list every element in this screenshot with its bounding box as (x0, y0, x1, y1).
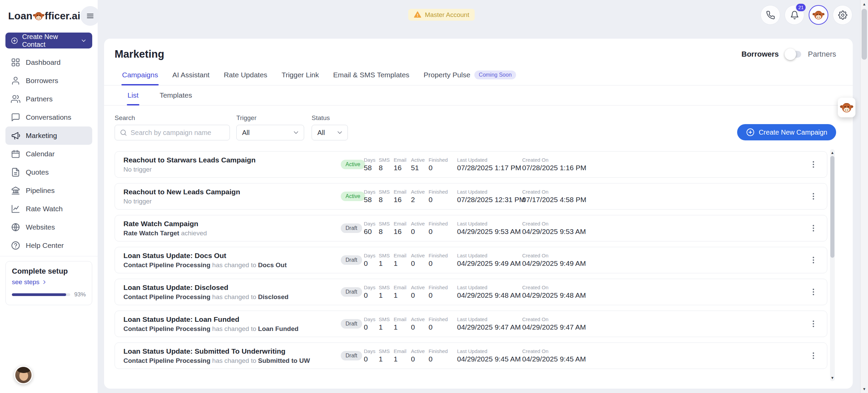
setup-progress-track (12, 293, 70, 296)
setup-progress-fill (12, 293, 66, 296)
assistant-fab[interactable] (838, 98, 855, 117)
stat-sms: SMS1 (379, 284, 394, 299)
create-new-contact-button[interactable]: Create New Contact (5, 33, 92, 48)
status-badge: Draft (341, 287, 362, 297)
scroll-up-arrow[interactable]: ▲ (861, 1, 868, 7)
sidebar-collapse-button[interactable] (80, 6, 100, 26)
created-on: Created On04/29/2025 9:45 AM (522, 348, 590, 363)
trigger-select[interactable]: All (236, 125, 304, 140)
stat-finished: Finished0 (429, 221, 457, 236)
row-menu-button[interactable] (804, 160, 823, 169)
logo-text-suffix: fficer.ai (45, 10, 80, 22)
sidebar-item-calendar[interactable]: Calendar (5, 145, 92, 163)
sidebar-item-label: Dashboard (26, 58, 61, 66)
last-updated: Last Updated04/29/2025 9:45 AM (457, 348, 522, 363)
chevron-down-icon (336, 129, 343, 136)
campaign-row[interactable]: Loan Status Update: Disclosed Contact Pi… (115, 279, 827, 305)
settings-button[interactable] (833, 5, 852, 25)
campaign-row[interactable]: Loan Status Update: Docs Out Contact Pip… (115, 247, 827, 273)
scroll-up-arrow[interactable]: ▲ (830, 150, 835, 155)
tab-campaigns[interactable]: Campaigns (121, 66, 159, 85)
tab-email-sms-templates[interactable]: Email & SMS Templates (332, 66, 410, 85)
gear-icon (838, 11, 847, 20)
tab-label: Rate Updates (224, 71, 267, 79)
rate-watch-icon (11, 204, 20, 214)
tab-label: Campaigns (122, 71, 158, 79)
sidebar-item-marketing[interactable]: Marketing (5, 126, 92, 145)
tab-property-pulse[interactable]: Property Pulse Coming Soon (423, 66, 517, 85)
row-menu-button[interactable] (804, 351, 823, 360)
stat-email: Email1 (394, 348, 411, 363)
campaign-row[interactable]: Reachout to New Leads Campaign No trigge… (115, 183, 827, 210)
sidebar-item-label: Calendar (26, 150, 55, 158)
stat-sms: SMS8 (379, 189, 394, 204)
tab-rate-updates[interactable]: Rate Updates (223, 66, 268, 85)
sidebar-item-quotes[interactable]: Quotes (5, 163, 92, 181)
tab-trigger-link[interactable]: Trigger Link (281, 66, 319, 85)
logo-text-prefix: Loan (8, 10, 33, 22)
row-menu-button[interactable] (804, 319, 823, 328)
see-steps-link[interactable]: see steps (12, 278, 47, 286)
campaign-row[interactable]: Rate Watch Campaign Rate Watch Target ac… (115, 215, 827, 241)
stat-sms: SMS1 (379, 348, 394, 363)
row-menu-button[interactable] (804, 224, 823, 233)
created-on: Created On07/17/2025 4:58 PM (522, 189, 590, 204)
marketing-tabs: Campaigns AI Assistant Rate Updates Trig… (104, 66, 853, 85)
sidebar-item-label: Conversations (26, 113, 71, 121)
status-select[interactable]: All (312, 125, 348, 140)
stat-sms: SMS1 (379, 316, 394, 331)
sidebar-item-pipelines[interactable]: Pipelines (5, 181, 92, 200)
browser-scrollbar-thumb[interactable] (862, 9, 867, 60)
list-scrollbar-thumb[interactable] (830, 156, 834, 258)
create-new-campaign-button[interactable]: Create New Campaign (737, 124, 836, 140)
sidebar-item-label: Marketing (26, 132, 57, 140)
see-steps-label: see steps (12, 278, 39, 286)
browser-scrollbar[interactable]: ▲ ▼ (860, 0, 868, 393)
sidebar-item-websites[interactable]: Websites (5, 218, 92, 236)
audience-toggle[interactable] (786, 51, 801, 58)
ai-assistant-button[interactable] (809, 5, 828, 25)
scroll-down-arrow[interactable]: ▼ (830, 375, 835, 380)
scroll-down-arrow[interactable]: ▼ (861, 386, 868, 392)
cow-mascot-icon (33, 10, 44, 22)
tab-ai-assistant[interactable]: AI Assistant (172, 66, 210, 85)
created-on: Created On04/29/2025 9:53 AM (522, 221, 590, 236)
sidebar-item-borrowers[interactable]: Borrowers (5, 72, 92, 90)
stat-email: Email1 (394, 316, 411, 331)
sidebar-item-help-center[interactable]: Help Center (5, 236, 92, 255)
tab-label: Property Pulse (423, 71, 470, 79)
search-input[interactable] (131, 129, 225, 137)
list-scrollbar[interactable]: ▲ ▼ (830, 149, 835, 381)
row-menu-button[interactable] (804, 192, 823, 201)
subtab-templates[interactable]: Templates (159, 85, 193, 105)
campaign-row[interactable]: Loan Status Update: Loan Funded Contact … (115, 311, 827, 337)
sidebar-item-dashboard[interactable]: Dashboard (5, 53, 92, 72)
stat-email: Email16 (394, 157, 411, 172)
phone-button[interactable] (761, 5, 780, 25)
create-new-campaign-label: Create New Campaign (759, 129, 827, 136)
row-menu-button[interactable] (804, 256, 823, 264)
user-avatar[interactable] (14, 366, 33, 384)
sidebar-item-rate-watch[interactable]: Rate Watch (5, 200, 92, 218)
campaign-row[interactable]: Reachout to Starwars Leads Campaign No t… (115, 151, 827, 178)
stat-active: Active0 (411, 316, 429, 331)
status-badge: Draft (341, 255, 362, 265)
sidebar-nav: Dashboard Borrowers Partners Conversatio… (0, 53, 98, 255)
logo-row: Loan fficer.ai (0, 0, 98, 30)
chevron-down-icon (292, 129, 300, 136)
phone-icon (766, 11, 775, 20)
hamburger-icon (86, 12, 95, 20)
campaign-list: Reachout to Starwars Leads Campaign No t… (104, 151, 853, 369)
borrowers-icon (11, 76, 20, 85)
audience-borrowers-label[interactable]: Borrowers (742, 50, 779, 59)
row-menu-button[interactable] (804, 288, 823, 296)
stat-days: Days60 (364, 221, 379, 236)
sidebar-item-conversations[interactable]: Conversations (5, 108, 92, 126)
trigger-select-value: All (242, 129, 250, 137)
subtab-list[interactable]: List (127, 85, 139, 105)
notifications-button[interactable]: 21 (785, 5, 804, 25)
audience-partners-label[interactable]: Partners (808, 50, 836, 59)
campaign-row[interactable]: Loan Status Update: Submitted To Underwr… (115, 342, 827, 369)
sidebar-item-partners[interactable]: Partners (5, 90, 92, 108)
main-content: Marketing Borrowers Partners Campaigns A… (104, 39, 853, 389)
